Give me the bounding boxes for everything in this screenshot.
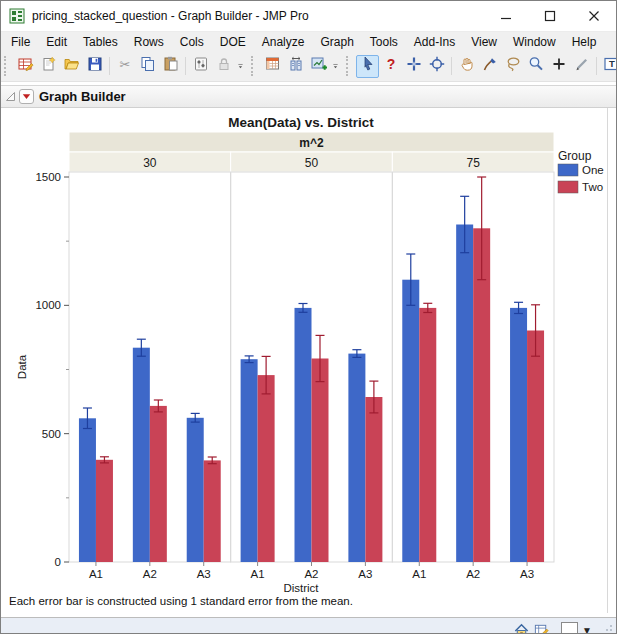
legend-title: Group [558, 149, 592, 163]
copy-icon [139, 55, 157, 77]
color-well-button[interactable] [561, 622, 578, 634]
menu-edit[interactable]: Edit [38, 34, 75, 50]
jmp-window: pricing_stacked_question - Graph Builder… [0, 0, 617, 634]
lasso-tool-button[interactable] [501, 55, 524, 78]
x-tick-label: A3 [197, 568, 211, 580]
add-graph-tool-button[interactable] [307, 55, 330, 78]
bar-two-30-A1[interactable] [96, 460, 113, 562]
legend-swatch-two[interactable] [558, 181, 578, 193]
crosshair-tool-button[interactable] [402, 55, 425, 78]
close-button[interactable] [572, 1, 616, 31]
x-tick-label: A2 [466, 568, 480, 580]
bar-two-75-A3[interactable] [527, 331, 544, 563]
bar-one-30-A1[interactable] [79, 418, 96, 562]
bar-one-75-A3[interactable] [510, 308, 527, 562]
magnifier-tool-button[interactable] [524, 55, 547, 78]
toolbar-overflow-button[interactable] [235, 55, 246, 78]
menu-tools[interactable]: Tools [362, 34, 406, 50]
bar-two-30-A3[interactable] [204, 460, 221, 562]
bar-one-75-A2[interactable] [456, 225, 473, 563]
toolbar-group-3: ?T [343, 51, 617, 81]
data-table-tool-button[interactable] [261, 55, 284, 78]
text-box-tool-button[interactable]: T [600, 55, 617, 78]
disclosure-triangle-icon[interactable] [4, 88, 16, 106]
graph-builder-outline-header: Graph Builder [1, 85, 616, 108]
bar-one-30-A2[interactable] [133, 348, 150, 562]
svg-text:T: T [608, 58, 614, 69]
copy-tool-button[interactable] [136, 55, 159, 78]
bar-one-75-A1[interactable] [402, 280, 419, 562]
menu-analyze[interactable]: Analyze [254, 34, 313, 50]
toolbar-grip[interactable] [4, 56, 11, 76]
help-icon: ? [382, 55, 400, 77]
bar-two-30-A2[interactable] [150, 406, 167, 562]
edit-table-icon[interactable] [531, 620, 551, 634]
magnifier-icon [527, 55, 545, 77]
lock-tool-button[interactable] [212, 55, 235, 78]
bar-two-50-A2[interactable] [312, 359, 329, 563]
help-tool-button[interactable]: ? [379, 55, 402, 78]
toolbar-grip[interactable] [346, 56, 353, 76]
red-triangle-menu-button[interactable] [19, 89, 34, 104]
toolbar-group-2 [248, 51, 343, 81]
legend-swatch-one[interactable] [558, 164, 578, 176]
open-tool-button[interactable] [60, 55, 83, 78]
grabber-tool-button[interactable] [455, 55, 478, 78]
menu-rows[interactable]: Rows [126, 34, 172, 50]
statusbar: ▼ [1, 617, 616, 634]
cut-tool-button[interactable]: ✂ [113, 55, 136, 78]
bar-two-75-A1[interactable] [419, 308, 436, 562]
menu-addins[interactable]: Add-Ins [406, 34, 463, 50]
toolbar-separator [185, 57, 186, 75]
outline-title: Graph Builder [39, 89, 126, 104]
columns-tool-button[interactable] [284, 55, 307, 78]
paste-tool-button[interactable] [159, 55, 182, 78]
brush-tool-button[interactable] [478, 55, 501, 78]
new-data-table-tool-button[interactable] [14, 55, 37, 78]
target-tool-button[interactable] [425, 55, 448, 78]
bar-one-30-A3[interactable] [187, 418, 204, 562]
svg-text:✂: ✂ [119, 57, 130, 72]
arrow-tool-button[interactable] [356, 55, 379, 78]
y-tick-label: 1000 [35, 299, 61, 311]
data-filter-tool-button[interactable] [189, 55, 212, 78]
toolbar-overflow-button[interactable] [330, 55, 341, 78]
bar-one-50-A2[interactable] [295, 308, 312, 562]
facet-label: 30 [143, 156, 157, 170]
data-filter-icon [192, 55, 210, 77]
toolbar-grip[interactable] [251, 56, 258, 76]
color-well-dropdown-arrow[interactable]: ▼ [582, 625, 592, 634]
menu-help[interactable]: Help [564, 34, 605, 50]
bar-one-50-A1[interactable] [241, 359, 258, 562]
annotate-pen-icon [573, 55, 591, 77]
x-tick-label: A2 [304, 568, 318, 580]
save-tool-button[interactable] [83, 55, 106, 78]
menu-window[interactable]: Window [505, 34, 564, 50]
minimize-button[interactable] [484, 1, 528, 31]
new-journal-tool-button[interactable] [37, 55, 60, 78]
annotate-pen-tool-button[interactable] [570, 55, 593, 78]
error-bar-note: Each error bar is constructed using 1 st… [9, 595, 353, 607]
maximize-button[interactable] [528, 1, 572, 31]
bar-two-50-A3[interactable] [365, 397, 382, 562]
menu-view[interactable]: View [463, 34, 505, 50]
legend-label: Two [582, 181, 603, 193]
new-data-table-icon [17, 55, 35, 77]
bar-two-50-A1[interactable] [258, 375, 275, 562]
menu-graph[interactable]: Graph [312, 34, 361, 50]
zoom-in-tool-button[interactable] [547, 55, 570, 78]
x-axis-title: District [283, 582, 319, 594]
x-tick-label: A1 [89, 568, 103, 580]
facet-variable-label: m^2 [299, 136, 324, 150]
resize-grip[interactable] [600, 621, 614, 634]
menu-cols[interactable]: Cols [172, 34, 212, 50]
home-icon[interactable] [511, 620, 531, 634]
menu-tables[interactable]: Tables [75, 34, 126, 50]
menu-file[interactable]: File [3, 34, 38, 50]
x-tick-label: A1 [412, 568, 426, 580]
grabber-icon [458, 55, 476, 77]
menu-doe[interactable]: DOE [212, 34, 254, 50]
text-box-icon: T [603, 55, 617, 77]
y-tick-label: 0 [55, 556, 61, 568]
bar-one-50-A3[interactable] [348, 354, 365, 562]
